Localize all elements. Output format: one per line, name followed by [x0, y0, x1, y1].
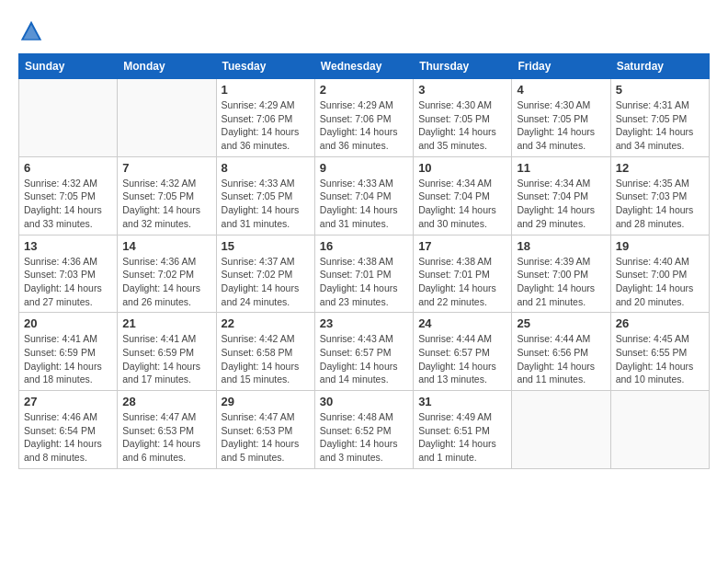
calendar-cell: 16Sunrise: 4:38 AM Sunset: 7:01 PM Dayli… — [314, 235, 413, 313]
day-number: 13 — [24, 239, 112, 253]
day-info: Sunrise: 4:44 AM Sunset: 6:56 PM Dayligh… — [517, 332, 605, 386]
day-info: Sunrise: 4:41 AM Sunset: 6:59 PM Dayligh… — [24, 332, 112, 386]
day-info: Sunrise: 4:36 AM Sunset: 7:03 PM Dayligh… — [24, 255, 112, 309]
day-number: 4 — [517, 83, 605, 97]
day-number: 3 — [418, 83, 506, 97]
calendar-cell — [610, 391, 709, 469]
calendar-cell: 8Sunrise: 4:33 AM Sunset: 7:05 PM Daylig… — [216, 156, 314, 235]
calendar-cell — [19, 79, 118, 157]
calendar-cell: 17Sunrise: 4:38 AM Sunset: 7:01 PM Dayli… — [414, 235, 512, 313]
day-number: 18 — [517, 239, 605, 253]
calendar-header-row: SundayMondayTuesdayWednesdayThursdayFrid… — [19, 54, 710, 79]
day-info: Sunrise: 4:41 AM Sunset: 6:59 PM Dayligh… — [122, 332, 210, 386]
calendar-cell: 13Sunrise: 4:36 AM Sunset: 7:03 PM Dayli… — [19, 235, 118, 313]
day-number: 19 — [616, 239, 704, 253]
day-number: 7 — [122, 161, 210, 175]
day-info: Sunrise: 4:44 AM Sunset: 6:57 PM Dayligh… — [418, 332, 506, 386]
day-info: Sunrise: 4:48 AM Sunset: 6:52 PM Dayligh… — [320, 410, 408, 465]
day-of-week-header: Sunday — [19, 54, 118, 79]
day-info: Sunrise: 4:39 AM Sunset: 7:00 PM Dayligh… — [517, 255, 605, 309]
day-of-week-header: Tuesday — [216, 54, 314, 79]
calendar-cell: 19Sunrise: 4:40 AM Sunset: 7:00 PM Dayli… — [610, 235, 709, 313]
calendar-cell: 5Sunrise: 4:31 AM Sunset: 7:05 PM Daylig… — [610, 79, 709, 157]
day-of-week-header: Friday — [512, 54, 610, 79]
day-number: 6 — [24, 161, 112, 175]
day-info: Sunrise: 4:37 AM Sunset: 7:02 PM Dayligh… — [222, 255, 310, 309]
day-info: Sunrise: 4:47 AM Sunset: 6:53 PM Dayligh… — [222, 410, 310, 465]
day-number: 21 — [122, 316, 210, 330]
calendar-week-row: 13Sunrise: 4:36 AM Sunset: 7:03 PM Dayli… — [19, 235, 710, 313]
calendar-cell: 22Sunrise: 4:42 AM Sunset: 6:58 PM Dayli… — [216, 313, 314, 391]
calendar-cell: 10Sunrise: 4:34 AM Sunset: 7:04 PM Dayli… — [414, 156, 512, 235]
day-info: Sunrise: 4:46 AM Sunset: 6:54 PM Dayligh… — [24, 410, 112, 465]
calendar-cell: 30Sunrise: 4:48 AM Sunset: 6:52 PM Dayli… — [314, 391, 413, 469]
calendar-cell: 23Sunrise: 4:43 AM Sunset: 6:57 PM Dayli… — [314, 313, 413, 391]
day-number: 16 — [320, 239, 408, 253]
day-number: 31 — [418, 395, 506, 408]
page-header — [18, 18, 710, 44]
calendar-cell: 24Sunrise: 4:44 AM Sunset: 6:57 PM Dayli… — [414, 313, 512, 391]
day-info: Sunrise: 4:33 AM Sunset: 7:04 PM Dayligh… — [320, 177, 408, 231]
day-info: Sunrise: 4:38 AM Sunset: 7:01 PM Dayligh… — [418, 255, 506, 309]
calendar-cell: 25Sunrise: 4:44 AM Sunset: 6:56 PM Dayli… — [512, 313, 610, 391]
day-info: Sunrise: 4:30 AM Sunset: 7:05 PM Dayligh… — [418, 98, 506, 153]
day-number: 27 — [24, 395, 112, 408]
day-number: 2 — [320, 83, 408, 97]
day-info: Sunrise: 4:42 AM Sunset: 6:58 PM Dayligh… — [222, 332, 310, 386]
calendar-cell: 29Sunrise: 4:47 AM Sunset: 6:53 PM Dayli… — [216, 391, 314, 469]
day-number: 24 — [418, 316, 506, 330]
calendar-cell: 20Sunrise: 4:41 AM Sunset: 6:59 PM Dayli… — [19, 313, 118, 391]
day-number: 29 — [222, 395, 310, 408]
calendar-cell: 4Sunrise: 4:30 AM Sunset: 7:05 PM Daylig… — [512, 79, 610, 157]
calendar-cell: 26Sunrise: 4:45 AM Sunset: 6:55 PM Dayli… — [610, 313, 709, 391]
day-number: 8 — [222, 161, 310, 175]
day-info: Sunrise: 4:43 AM Sunset: 6:57 PM Dayligh… — [320, 332, 408, 386]
day-info: Sunrise: 4:31 AM Sunset: 7:05 PM Dayligh… — [616, 98, 704, 153]
calendar-week-row: 27Sunrise: 4:46 AM Sunset: 6:54 PM Dayli… — [19, 391, 710, 469]
day-number: 15 — [222, 239, 310, 253]
calendar-cell: 11Sunrise: 4:34 AM Sunset: 7:04 PM Dayli… — [512, 156, 610, 235]
calendar-cell: 27Sunrise: 4:46 AM Sunset: 6:54 PM Dayli… — [19, 391, 118, 469]
calendar-cell: 9Sunrise: 4:33 AM Sunset: 7:04 PM Daylig… — [314, 156, 413, 235]
day-number: 11 — [517, 161, 605, 175]
calendar-cell: 7Sunrise: 4:32 AM Sunset: 7:05 PM Daylig… — [118, 156, 216, 235]
day-info: Sunrise: 4:35 AM Sunset: 7:03 PM Dayligh… — [616, 177, 704, 231]
calendar-cell: 28Sunrise: 4:47 AM Sunset: 6:53 PM Dayli… — [118, 391, 216, 469]
day-number: 5 — [616, 83, 704, 97]
calendar-cell: 12Sunrise: 4:35 AM Sunset: 7:03 PM Dayli… — [610, 156, 709, 235]
day-info: Sunrise: 4:49 AM Sunset: 6:51 PM Dayligh… — [418, 410, 506, 465]
day-info: Sunrise: 4:29 AM Sunset: 7:06 PM Dayligh… — [222, 98, 310, 153]
calendar-cell: 3Sunrise: 4:30 AM Sunset: 7:05 PM Daylig… — [414, 79, 512, 157]
calendar-cell: 1Sunrise: 4:29 AM Sunset: 7:06 PM Daylig… — [216, 79, 314, 157]
day-number: 20 — [24, 316, 112, 330]
day-info: Sunrise: 4:32 AM Sunset: 7:05 PM Dayligh… — [24, 177, 112, 231]
day-number: 28 — [122, 395, 210, 408]
logo-icon — [18, 18, 44, 44]
day-number: 22 — [222, 316, 310, 330]
calendar-cell: 15Sunrise: 4:37 AM Sunset: 7:02 PM Dayli… — [216, 235, 314, 313]
day-info: Sunrise: 4:30 AM Sunset: 7:05 PM Dayligh… — [517, 98, 605, 153]
calendar-cell: 18Sunrise: 4:39 AM Sunset: 7:00 PM Dayli… — [512, 235, 610, 313]
day-number: 9 — [320, 161, 408, 175]
day-number: 14 — [122, 239, 210, 253]
day-info: Sunrise: 4:38 AM Sunset: 7:01 PM Dayligh… — [320, 255, 408, 309]
day-info: Sunrise: 4:33 AM Sunset: 7:05 PM Dayligh… — [222, 177, 310, 231]
day-number: 23 — [320, 316, 408, 330]
day-number: 30 — [320, 395, 408, 408]
calendar-cell: 21Sunrise: 4:41 AM Sunset: 6:59 PM Dayli… — [118, 313, 216, 391]
day-number: 1 — [222, 83, 310, 97]
calendar-table: SundayMondayTuesdayWednesdayThursdayFrid… — [18, 53, 710, 469]
day-number: 10 — [418, 161, 506, 175]
calendar-cell: 6Sunrise: 4:32 AM Sunset: 7:05 PM Daylig… — [19, 156, 118, 235]
day-of-week-header: Wednesday — [314, 54, 413, 79]
logo — [18, 18, 48, 44]
calendar-cell — [512, 391, 610, 469]
day-of-week-header: Monday — [118, 54, 216, 79]
calendar-cell — [118, 79, 216, 157]
day-info: Sunrise: 4:45 AM Sunset: 6:55 PM Dayligh… — [616, 332, 704, 386]
calendar-cell: 14Sunrise: 4:36 AM Sunset: 7:02 PM Dayli… — [118, 235, 216, 313]
calendar-week-row: 6Sunrise: 4:32 AM Sunset: 7:05 PM Daylig… — [19, 156, 710, 235]
day-info: Sunrise: 4:34 AM Sunset: 7:04 PM Dayligh… — [517, 177, 605, 231]
day-info: Sunrise: 4:36 AM Sunset: 7:02 PM Dayligh… — [122, 255, 210, 309]
calendar-week-row: 1Sunrise: 4:29 AM Sunset: 7:06 PM Daylig… — [19, 79, 710, 157]
